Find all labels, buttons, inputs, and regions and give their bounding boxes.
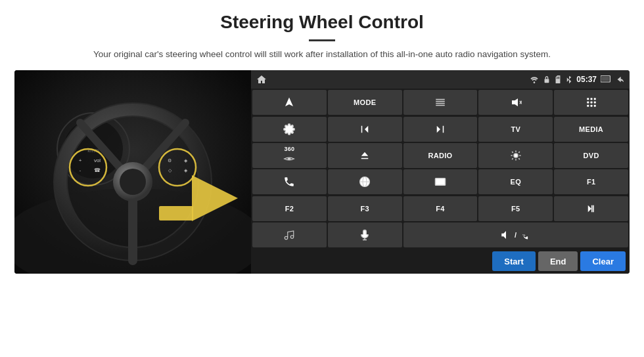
svg-line-47 — [512, 152, 513, 153]
btn-f4[interactable]: F4 — [403, 196, 478, 221]
btn-browse[interactable] — [328, 169, 402, 194]
btn-list[interactable] — [403, 90, 478, 115]
btn-nav[interactable] — [252, 90, 327, 115]
btn-next[interactable] — [403, 117, 478, 142]
svg-text:+: + — [79, 158, 82, 163]
svg-rect-43 — [288, 158, 291, 160]
svg-rect-38 — [593, 102, 595, 104]
btn-dvd[interactable]: DVD — [554, 143, 628, 168]
svg-point-11 — [120, 169, 146, 195]
svg-rect-37 — [590, 102, 592, 104]
svg-rect-39 — [587, 105, 589, 107]
btn-brightness[interactable] — [478, 143, 553, 168]
button-grid: MODE — [251, 89, 630, 249]
sdcard-icon — [554, 75, 562, 83]
title-divider — [309, 39, 335, 41]
end-button[interactable]: End — [538, 251, 578, 271]
svg-rect-41 — [593, 105, 595, 107]
svg-line-48 — [518, 158, 520, 159]
bottom-controls: Start End Clear — [251, 249, 630, 274]
clear-button[interactable]: Clear — [580, 251, 626, 271]
btn-f1[interactable]: F1 — [554, 169, 628, 194]
svg-rect-36 — [587, 102, 589, 104]
svg-rect-35 — [593, 98, 595, 100]
svg-rect-23 — [159, 206, 193, 220]
svg-rect-33 — [587, 98, 589, 100]
steering-wheel-image: km/h + vol - ☎ ⚙ ◈ ◇ ◈ — [14, 70, 251, 274]
svg-rect-29 — [602, 77, 609, 81]
svg-point-44 — [514, 154, 518, 158]
svg-rect-34 — [590, 98, 592, 100]
svg-rect-40 — [590, 105, 592, 107]
btn-playpause[interactable] — [554, 196, 628, 221]
status-bar: 05:37 — [251, 70, 630, 89]
lock-icon — [543, 75, 550, 83]
btn-mute[interactable] — [478, 90, 553, 115]
home-status-icon — [256, 75, 267, 84]
status-right: 05:37 — [529, 75, 624, 84]
btn-prev[interactable] — [328, 117, 402, 142]
btn-music[interactable] — [252, 222, 327, 247]
start-button[interactable]: Start — [492, 251, 536, 271]
btn-radio[interactable]: RADIO — [403, 143, 478, 168]
wifi-icon — [529, 75, 540, 83]
btn-vol-toggle[interactable]: / — [403, 222, 628, 247]
btn-window[interactable] — [403, 169, 478, 194]
svg-rect-24 — [545, 79, 549, 83]
svg-text:⚙: ⚙ — [168, 158, 172, 163]
btn-phone[interactable] — [252, 169, 327, 194]
svg-line-52 — [518, 152, 520, 153]
btn-360[interactable]: 360 — [252, 143, 327, 168]
btn-f5[interactable]: F5 — [478, 196, 553, 221]
svg-text:☎: ☎ — [94, 167, 101, 173]
btn-apps[interactable] — [554, 90, 628, 115]
subtitle: Your original car's steering wheel contr… — [0, 48, 644, 61]
svg-text:vol: vol — [94, 158, 101, 163]
svg-line-51 — [512, 158, 513, 159]
back-icon — [615, 75, 624, 83]
btn-f3[interactable]: F3 — [328, 196, 402, 221]
screen-icon — [601, 75, 611, 83]
btn-mic[interactable] — [328, 222, 402, 247]
btn-eq[interactable]: EQ — [478, 169, 553, 194]
radio-panel: 05:37 MODE — [251, 70, 630, 274]
btn-mode[interactable]: MODE — [328, 90, 402, 115]
btn-settings[interactable] — [252, 117, 327, 142]
status-left — [256, 75, 267, 84]
btn-media[interactable]: MEDIA — [554, 117, 628, 142]
btn-eject[interactable] — [328, 143, 402, 168]
svg-rect-56 — [435, 178, 445, 186]
time-display: 05:37 — [576, 75, 597, 84]
bluetooth-icon — [566, 75, 572, 84]
page-title: Steering Wheel Control — [0, 0, 644, 37]
content-area: km/h + vol - ☎ ⚙ ◈ ◇ ◈ — [0, 70, 644, 274]
btn-tv[interactable]: TV — [478, 117, 553, 142]
btn-f2[interactable]: F2 — [252, 196, 327, 221]
